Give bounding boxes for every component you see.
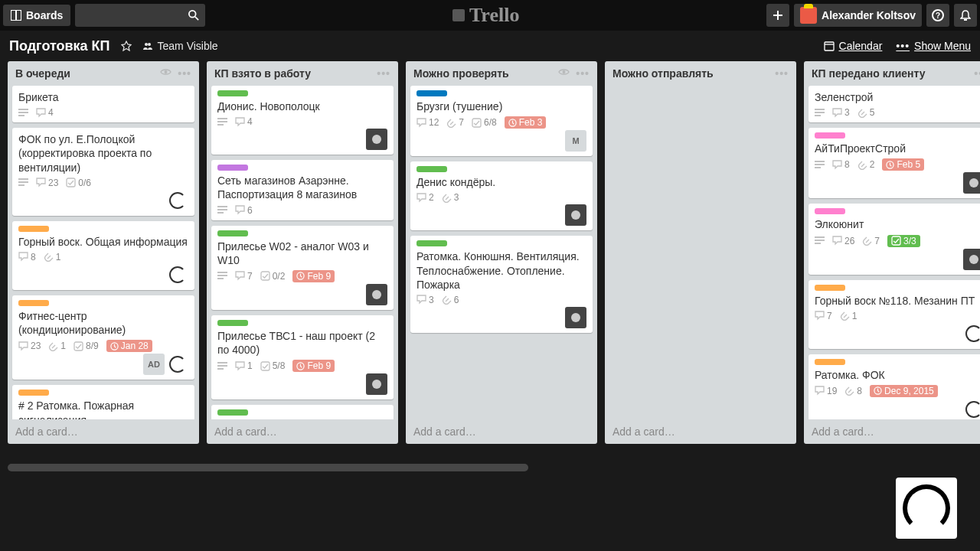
member-avatar[interactable] xyxy=(167,354,188,375)
list-header[interactable]: Можно проверять ••• xyxy=(406,61,597,86)
list-header[interactable]: КП передано клиенту ••• xyxy=(804,61,980,86)
member-avatar[interactable]: M xyxy=(565,130,586,152)
trello-logo[interactable]: Trello xyxy=(452,4,519,27)
label-pink[interactable] xyxy=(815,208,845,214)
card-title: Сеть магазинов Азарэнне. Паспортизация 8… xyxy=(217,174,387,201)
help-button[interactable]: ? xyxy=(926,4,949,27)
comments-badge: 23 xyxy=(36,178,58,188)
card-title: Ратомка. Конюшня. Вентиляция. Теплоснабж… xyxy=(416,249,586,292)
label-orange[interactable] xyxy=(18,390,49,396)
description-badge xyxy=(18,109,28,117)
help-icon: ? xyxy=(932,9,944,21)
add-card-button[interactable]: Add a card… xyxy=(605,419,796,444)
card[interactable]: # 2 Ратомка. Пожарная сигнализация xyxy=(12,385,194,419)
card-badges: 23 1 8/9 Jan 28 xyxy=(18,340,188,352)
list-menu-button[interactable]: ••• xyxy=(377,67,390,80)
list-header[interactable]: КП взято в работу ••• xyxy=(207,61,398,86)
member-avatar[interactable] xyxy=(963,172,980,194)
calendar-button[interactable]: Calendar xyxy=(824,40,883,52)
card[interactable]: Прилесье ТВС1 - наш проект (2 по 4000) 1… xyxy=(211,315,394,399)
checklist-badge: 6/8 xyxy=(472,117,497,128)
member-avatar[interactable] xyxy=(366,284,387,305)
board-canvas[interactable]: В очереди ••• Брикета 4ФОК по ул. Е.Поло… xyxy=(0,61,980,459)
member-avatar[interactable] xyxy=(366,129,387,150)
list-header[interactable]: Можно отправлять ••• xyxy=(605,61,796,86)
member-avatar[interactable] xyxy=(167,190,188,211)
label-orange[interactable] xyxy=(815,285,845,291)
label-orange[interactable] xyxy=(18,226,49,232)
list-header[interactable]: В очереди ••• xyxy=(8,61,199,86)
notifications-button[interactable] xyxy=(954,4,977,27)
card-container: Дионис. Новополоцк 4Сеть магазинов Азарэ… xyxy=(207,86,398,419)
card-members xyxy=(815,172,980,194)
due-badge: Dec 9, 2015 xyxy=(870,385,938,397)
member-avatar[interactable] xyxy=(963,249,980,270)
member-avatar[interactable]: AD xyxy=(143,354,165,375)
label-green[interactable] xyxy=(217,409,248,416)
card[interactable]: Брузги (тушение) 12 7 6/8 Feb 3M xyxy=(410,86,593,156)
member-avatar[interactable] xyxy=(963,323,980,344)
card-members xyxy=(217,373,387,395)
label-orange[interactable] xyxy=(18,300,49,306)
description-badge xyxy=(815,109,825,117)
label-green[interactable] xyxy=(217,320,248,326)
add-card-button[interactable]: Add a card… xyxy=(406,419,597,444)
visibility-button[interactable]: Team Visible xyxy=(142,40,218,52)
member-avatar[interactable] xyxy=(565,204,586,226)
add-card-button[interactable]: Add a card… xyxy=(207,419,398,444)
label-orange[interactable] xyxy=(815,359,845,365)
card[interactable]: АйТиПроектСтрой 8 2 Feb 5 xyxy=(808,128,980,198)
boards-button[interactable]: Boards xyxy=(3,5,70,26)
list-menu-button[interactable]: ••• xyxy=(974,67,980,80)
horizontal-scrollbar[interactable] xyxy=(8,464,528,471)
card[interactable]: Зеленстрой 3 5 xyxy=(808,86,980,122)
user-menu[interactable]: Alexander Koltsov xyxy=(794,4,922,27)
card[interactable]: Ратомка. ФОК 19 8 Dec 9, 2015 xyxy=(808,354,980,419)
member-avatar[interactable] xyxy=(167,264,188,285)
member-avatar[interactable] xyxy=(565,307,586,328)
card[interactable]: Горный воск №118. Мезанин ПТ 7 1 xyxy=(808,280,980,349)
add-card-button[interactable]: Add a card… xyxy=(804,419,980,444)
card[interactable]: Горный воск. Общая информация 8 1 xyxy=(12,221,194,290)
card[interactable]: Ратомка. Конюшня. Вентиляция. Теплоснабж… xyxy=(410,236,593,333)
card[interactable]: Прилесье W07 - аналог W06 2 3/8 Jan 30 xyxy=(211,405,394,419)
add-card-button[interactable]: Add a card… xyxy=(8,419,199,444)
card-title: Брикета xyxy=(18,90,188,104)
card[interactable]: Прилесье W02 - аналог W03 и W10 7 0/2 Fe… xyxy=(211,226,394,310)
label-green[interactable] xyxy=(416,240,447,246)
create-button[interactable] xyxy=(766,4,789,27)
card[interactable]: Элкоюнит 26 7 3/3 xyxy=(808,204,980,274)
card[interactable]: ФОК по ул. Е.Полоцкой (корректировка про… xyxy=(12,128,194,216)
label-green[interactable] xyxy=(217,230,248,236)
label-blue[interactable] xyxy=(416,90,447,96)
card-container: Зеленстрой 3 5АйТиПроектСтрой 8 2 Feb 5Э… xyxy=(804,86,980,419)
svg-rect-21 xyxy=(74,342,83,350)
card[interactable]: Брикета 4 xyxy=(12,86,194,122)
member-avatar[interactable] xyxy=(963,399,980,419)
list-menu-button[interactable]: ••• xyxy=(576,67,590,80)
list-menu-button[interactable]: ••• xyxy=(178,67,191,80)
board-title[interactable]: Подготовка КП xyxy=(9,38,110,54)
show-menu-button[interactable]: ••• Show Menu xyxy=(896,40,971,52)
label-green[interactable] xyxy=(416,166,447,172)
search-input[interactable] xyxy=(75,4,205,27)
description-badge xyxy=(217,118,227,126)
label-pink[interactable] xyxy=(815,132,845,139)
subscribe-icon[interactable] xyxy=(160,67,172,80)
member-avatar[interactable] xyxy=(366,373,387,395)
card-members xyxy=(815,249,980,270)
comments-badge: 2 xyxy=(416,192,434,203)
card[interactable]: Дионис. Новополоцк 4 xyxy=(211,86,394,155)
user-name: Alexander Koltsov xyxy=(822,9,916,21)
card[interactable]: Денис кондёры. 2 3 xyxy=(410,161,593,230)
list: КП передано клиенту ••• Зеленстрой 3 5Ай… xyxy=(804,61,980,444)
subscribe-icon[interactable] xyxy=(558,67,570,80)
trello-logo-icon xyxy=(452,9,465,21)
star-button[interactable] xyxy=(121,41,132,51)
card[interactable]: Сеть магазинов Азарэнне. Паспортизация 8… xyxy=(211,160,394,220)
card-title: Прилесье ТВС1 - наш проект (2 по 4000) xyxy=(217,329,387,357)
card[interactable]: Фитнес-центр (кондиционирование) 23 1 8/… xyxy=(12,295,194,380)
label-purple[interactable] xyxy=(217,165,248,171)
list-menu-button[interactable]: ••• xyxy=(775,67,789,80)
label-green[interactable] xyxy=(217,90,248,96)
